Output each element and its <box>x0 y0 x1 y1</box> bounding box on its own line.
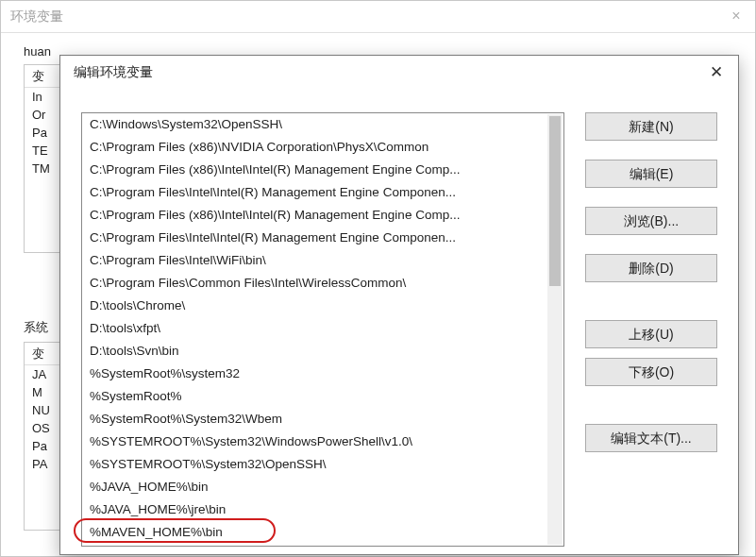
list-item[interactable]: %JAVA_HOME%\bin <box>82 476 546 498</box>
list-item[interactable]: %SystemRoot%\system32 <box>82 363 546 385</box>
edit-env-var-dialog: 编辑环境变量 ✕ C:\Windows\System32\OpenSSH\C:\… <box>59 55 739 555</box>
list-item[interactable]: %SystemRoot% <box>82 385 546 408</box>
new-button[interactable]: 新建(N) <box>585 112 717 141</box>
scroll-thumb[interactable] <box>549 116 561 286</box>
path-listbox[interactable]: C:\Windows\System32\OpenSSH\C:\Program F… <box>81 112 564 547</box>
list-item[interactable]: D:\tools\xfpt\ <box>82 317 546 340</box>
list-item[interactable]: C:\Program Files\Common Files\Intel\Wire… <box>82 272 546 295</box>
list-item[interactable]: C:\Windows\System32\OpenSSH\ <box>82 113 546 136</box>
close-icon[interactable]: × <box>723 5 749 27</box>
list-wrap: C:\Windows\System32\OpenSSH\C:\Program F… <box>81 112 564 547</box>
list-item[interactable]: %SYSTEMROOT%\System32\OpenSSH\ <box>82 453 546 476</box>
list-item[interactable]: C:\Program Files (x86)\Intel\Intel(R) Ma… <box>82 159 546 181</box>
list-item[interactable]: C:\Program Files (x86)\NVIDIA Corporatio… <box>82 136 546 159</box>
list-item[interactable]: C:\Program Files\Intel\Intel(R) Manageme… <box>82 181 546 204</box>
move-up-button[interactable]: 上移(U) <box>585 320 717 348</box>
edit-text-button[interactable]: 编辑文本(T)... <box>585 424 717 452</box>
list-item[interactable]: %SYSTEMROOT%\System32\WindowsPowerShell\… <box>82 430 546 453</box>
delete-button[interactable]: 删除(D) <box>585 254 717 282</box>
parent-title: 环境变量 <box>10 8 63 25</box>
child-title: 编辑环境变量 <box>74 64 153 81</box>
child-body: C:\Windows\System32\OpenSSH\C:\Program F… <box>60 90 738 547</box>
parent-titlebar: 环境变量 × <box>1 1 755 33</box>
list-item[interactable]: C:\Program Files\Intel\Intel(R) Manageme… <box>82 227 546 249</box>
move-down-button[interactable]: 下移(O) <box>585 358 717 386</box>
browse-button[interactable]: 浏览(B)... <box>585 207 717 235</box>
list-item[interactable]: %MAVEN_HOME%\bin <box>82 521 546 544</box>
list-item[interactable]: %SystemRoot%\System32\Wbem <box>82 408 546 430</box>
scrollbar[interactable] <box>547 114 563 545</box>
list-item[interactable]: D:\tools\Chrome\ <box>82 295 546 317</box>
edit-button[interactable]: 编辑(E) <box>585 160 717 188</box>
list-item[interactable]: D:\tools\Svn\bin <box>82 340 546 363</box>
list-item[interactable]: C:\Program Files (x86)\Intel\Intel(R) Ma… <box>82 204 546 227</box>
close-icon[interactable]: ✕ <box>702 61 731 84</box>
list-item[interactable]: C:\Program Files\Intel\WiFi\bin\ <box>82 249 546 272</box>
button-column: 新建(N) 编辑(E) 浏览(B)... 删除(D) 上移(U) 下移(O) 编… <box>585 112 717 547</box>
list-item[interactable]: %JAVA_HOME%\jre\bin <box>82 498 546 521</box>
child-titlebar: 编辑环境变量 ✕ <box>60 56 738 90</box>
